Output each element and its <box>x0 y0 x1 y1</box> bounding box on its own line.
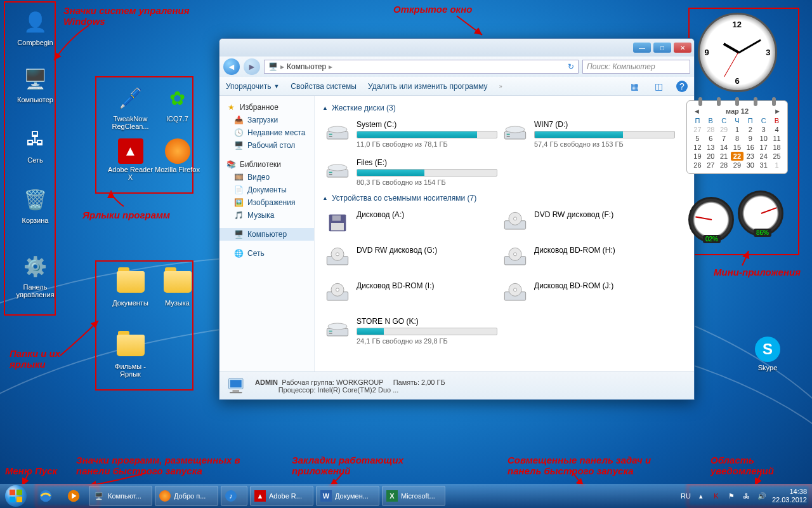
status-bar: ADMIN Рабочая группа: WORKGROUP Память: … <box>219 371 694 399</box>
removable-item[interactable]: DVD RW дисковод (G:) <box>322 241 500 276</box>
desktop-icon-computer[interactable]: 🖥️Компьютер <box>11 64 59 104</box>
explorer-window: — □ ✕ ◄ ► 🖥️ ▸ Компьютер ▸ ↻ Поиск: Комп… <box>219 38 695 400</box>
sidebar-documents[interactable]: 📄Документы <box>219 184 314 196</box>
removable-item[interactable]: Дисковод BD-ROM (H:) <box>500 241 678 276</box>
desktop-folder-films-shortcut[interactable]: Фильмы - Ярлык <box>107 330 154 378</box>
drive-item[interactable]: WIN7 (D:) 57,4 ГБ свободно из 153 ГБ <box>500 115 678 153</box>
refresh-icon[interactable]: ↻ <box>568 62 574 71</box>
back-button[interactable]: ◄ <box>223 58 240 75</box>
toolbar: Упорядочить▼ Свойства системы Удалить ил… <box>219 77 694 96</box>
task-adobe[interactable]: ▲Adobe R... <box>250 486 313 506</box>
usb-icon <box>325 317 350 342</box>
pinned-ie[interactable] <box>32 486 59 506</box>
anno-open-window: Открытое окно <box>393 4 472 15</box>
drive-icon <box>502 281 528 307</box>
removable-header[interactable]: ▲Устройства со съемными носителями (7) <box>322 191 686 205</box>
desktop-shortcut-icq[interactable]: ✿ICQ7.7 <box>154 83 201 123</box>
nav-pane: ★Избранное 📥Загрузки 🕓Недавние места 🖥️Р… <box>219 96 315 371</box>
favorites-header[interactable]: ★Избранное <box>219 101 314 114</box>
svg-point-33 <box>328 323 347 330</box>
svg-rect-14 <box>331 223 344 231</box>
search-input[interactable]: Поиск: Компьютер <box>582 60 690 74</box>
breadcrumb[interactable]: 🖥️ ▸ Компьютер ▸ ↻ <box>264 60 579 74</box>
close-button[interactable]: ✕ <box>674 43 691 53</box>
tray-caret-icon[interactable]: ▴ <box>696 491 706 501</box>
help-icon[interactable]: ? <box>676 81 688 92</box>
sidebar-computer[interactable]: 🖥️Компьютер <box>219 228 314 241</box>
sidebar-network[interactable]: 🌐Сеть <box>219 247 314 260</box>
anno-shortcuts: Ярлыки программ <box>82 210 170 220</box>
hdd-icon <box>325 158 350 184</box>
properties-button[interactable]: Свойства системы <box>291 82 357 91</box>
desktop-icon-skype[interactable]: SSkype <box>749 337 787 371</box>
start-button[interactable] <box>0 484 32 508</box>
removable-item[interactable]: Дисковод (A:) <box>322 205 500 241</box>
forward-button[interactable]: ► <box>244 58 260 75</box>
svg-rect-9 <box>329 172 332 173</box>
content-pane: ▲Жесткие диски (3) System (C:) 11,0 ГБ с… <box>315 96 694 371</box>
drive-item[interactable]: Files (E:) 80,3 ГБ свободно из 154 ГБ <box>322 153 500 191</box>
anno-gadgets: Мини-приложения <box>714 267 801 277</box>
hdd-icon <box>502 120 528 145</box>
removable-drive[interactable]: STORE N GO (K:) 24,1 ГБ свободно из 29,8… <box>322 312 500 350</box>
sidebar-pictures[interactable]: 🖼️Изображения <box>219 196 314 209</box>
sidebar-video[interactable]: 🎞️Видео <box>219 171 314 184</box>
desktop-folder-documents[interactable]: Документы <box>107 267 154 307</box>
removable-item[interactable]: Дисковод BD-ROM (J:) <box>500 276 678 312</box>
sidebar-recent[interactable]: 🕓Недавние места <box>219 126 314 139</box>
svg-rect-6 <box>507 136 510 137</box>
status-user: ADMIN <box>255 378 278 386</box>
minimize-button[interactable]: — <box>633 43 651 53</box>
desktop-shortcut-tweaknow[interactable]: 🖊️TweakNow RegClean... <box>107 83 154 130</box>
sidebar-desktop[interactable]: 🖥️Рабочий стол <box>219 139 314 152</box>
task-explorer[interactable]: 🖥️Компьют... <box>89 486 152 506</box>
removable-item[interactable]: Дисковод BD-ROM (I:) <box>322 276 500 312</box>
hdd-icon <box>325 120 350 145</box>
libraries-header[interactable]: 📚Библиотеки <box>219 158 314 171</box>
calendar-gadget[interactable]: ◄мар 12► ПВСЧПСВ272829123456789101112131… <box>686 100 788 174</box>
drive-item[interactable]: System (C:) 11,0 ГБ свободно из 78,1 ГБ <box>322 115 500 153</box>
view-icon[interactable]: ▦ <box>628 80 641 93</box>
desktop-icon-network[interactable]: 🖧Сеть <box>11 124 59 164</box>
svg-rect-2 <box>329 136 332 137</box>
tray-flag-icon[interactable]: ⚑ <box>726 491 737 501</box>
task-word[interactable]: WДокумен... <box>316 486 379 506</box>
address-bar: ◄ ► 🖥️ ▸ Компьютер ▸ ↻ Поиск: Компьютер <box>219 57 694 77</box>
svg-point-20 <box>336 253 339 256</box>
svg-rect-5 <box>507 134 510 135</box>
computer-icon <box>226 375 249 398</box>
desktop-shortcut-adobe[interactable]: ▲Adobe Reader X <box>107 138 154 181</box>
anno-folders: Папки и их ярлыки <box>10 348 67 370</box>
tray-kaspersky-icon[interactable]: K <box>711 491 721 501</box>
task-excel[interactable]: XMicrosoft... <box>382 486 445 506</box>
hard-drives-header[interactable]: ▲Жесткие диски (3) <box>322 101 686 115</box>
tray-volume-icon[interactable]: 🔊 <box>757 491 767 501</box>
pinned-mediaplayer[interactable] <box>60 486 87 506</box>
taskbar: 🖥️Компьют... Добро п... ♪ ▲Adobe R... WД… <box>0 484 812 508</box>
maximize-button[interactable]: □ <box>653 43 671 53</box>
cpu-meter-gadget[interactable]: 02% 86% <box>688 190 783 248</box>
svg-rect-35 <box>230 380 242 387</box>
tray-network-icon[interactable]: 🖧 <box>742 491 752 501</box>
svg-rect-13 <box>332 215 341 220</box>
clock-gadget[interactable]: 123 69 <box>698 13 777 92</box>
tray-clock[interactable]: 14:3822.03.2012 <box>772 488 807 504</box>
preview-pane-icon[interactable]: ◫ <box>652 80 665 93</box>
sidebar-music[interactable]: 🎵Музыка <box>219 209 314 222</box>
desktop-icon-recyclebin[interactable]: 🗑️Корзина <box>11 184 59 224</box>
drive-icon <box>325 246 350 271</box>
tray-lang[interactable]: RU <box>681 492 691 500</box>
removable-item[interactable]: DVD RW дисковод (F:) <box>500 205 678 241</box>
desktop-icon-compbegin[interactable]: 👤Compbegin <box>11 6 59 46</box>
anno-notif: Область уведомлений <box>710 455 793 476</box>
desktop-icon-controlpanel[interactable]: ⚙️Панель управления <box>11 251 59 298</box>
task-firefox[interactable]: Добро п... <box>155 486 218 506</box>
sidebar-downloads[interactable]: 📥Загрузки <box>219 114 314 126</box>
titlebar[interactable]: — □ ✕ <box>219 39 694 57</box>
organize-button[interactable]: Упорядочить <box>226 82 271 91</box>
svg-rect-1 <box>329 134 332 135</box>
uninstall-button[interactable]: Удалить или изменить программу <box>368 82 488 91</box>
desktop-shortcut-firefox[interactable]: Mozilla Firefox <box>154 138 201 173</box>
task-itunes[interactable]: ♪ <box>221 486 247 506</box>
desktop-folder-music[interactable]: Музыка <box>154 267 201 307</box>
